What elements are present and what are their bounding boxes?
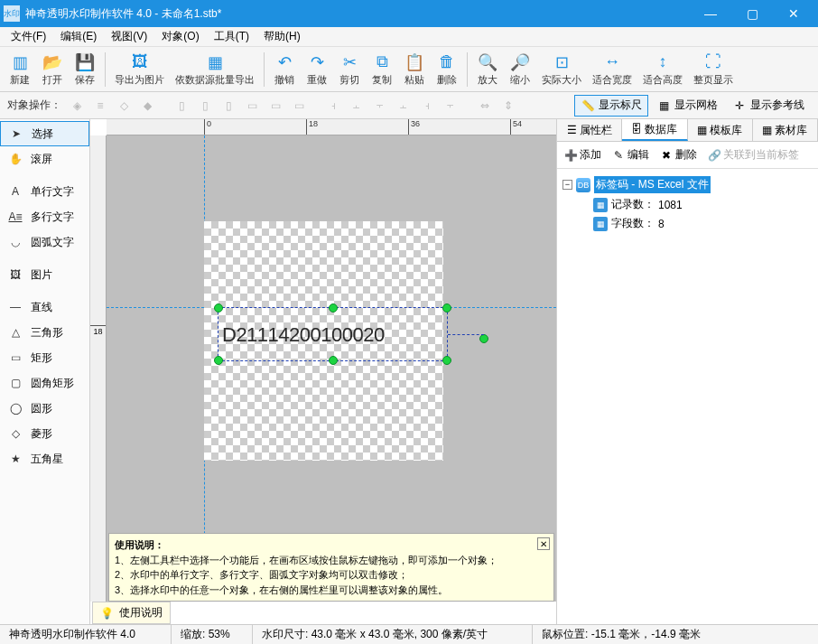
tool-star[interactable]: ★五角星 — [0, 446, 89, 471]
resize-handle-nw[interactable] — [214, 303, 223, 313]
minimize-button[interactable]: — — [690, 0, 731, 27]
show-guides-toggle[interactable]: ✛显示参考线 — [726, 95, 811, 117]
fields-value: 8 — [658, 218, 665, 230]
canvas-text-object[interactable]: D21114200100020 — [222, 323, 385, 347]
help-close-button[interactable]: ✕ — [537, 537, 550, 550]
fit-width-icon: ↔ — [602, 52, 622, 72]
close-button[interactable]: ✕ — [773, 0, 814, 27]
menu-edit[interactable]: 编辑(E) — [53, 27, 104, 47]
fit-width-button[interactable]: ↔适合宽度 — [587, 49, 637, 90]
status-bar: 神奇透明水印制作软件 4.0 缩放: 53% 水印尺寸: 43.0 毫米 x 4… — [0, 624, 818, 644]
resize-handle-se[interactable] — [442, 356, 451, 365]
export-batch-button[interactable]: ▦依数据源批量导出 — [170, 49, 260, 90]
object-toolbar-label: 对象操作： — [7, 98, 61, 113]
undo-button[interactable]: ↶撤销 — [268, 49, 301, 90]
tab-database[interactable]: 🗄数据库 — [622, 119, 687, 141]
menu-tools[interactable]: 工具(T) — [207, 27, 256, 47]
menu-file[interactable]: 文件(F) — [4, 27, 53, 47]
actual-size-button[interactable]: ⊡实际大小 — [536, 49, 587, 90]
tab-templates[interactable]: ▦模板库 — [688, 119, 753, 141]
tree-fields-node[interactable]: ▦ 字段数：8 — [562, 214, 813, 233]
tool-ellipse[interactable]: ◯圆形 — [0, 396, 89, 421]
fit-page-button[interactable]: ⛶整页显示 — [688, 49, 739, 90]
tab-properties[interactable]: ☰属性栏 — [557, 119, 622, 141]
align-right-icon[interactable]: ⫟ — [368, 95, 392, 117]
menu-help[interactable]: 帮助(H) — [256, 27, 308, 47]
menu-object[interactable]: 对象(O) — [154, 27, 206, 47]
tool-rect[interactable]: ▭矩形 — [0, 345, 89, 370]
resize-handle-sw[interactable] — [214, 356, 223, 365]
tree-records-node[interactable]: ▦ 记录数：1081 — [562, 195, 813, 214]
db-add-button[interactable]: ➕添加 — [561, 145, 605, 164]
fit-page-icon: ⛶ — [703, 52, 723, 72]
maximize-button[interactable]: ▢ — [731, 0, 773, 27]
distribute-v-icon[interactable]: ⇕ — [497, 95, 520, 117]
resize-handle-s[interactable] — [329, 356, 338, 365]
tool-select[interactable]: ➤选择 — [0, 121, 89, 146]
align-1-icon[interactable]: ▯ — [170, 95, 193, 117]
export-image-button[interactable]: 🖼导出为图片 — [109, 49, 170, 90]
zoom-in-icon: 🔍 — [478, 52, 497, 72]
show-grid-toggle[interactable]: ▦显示网格 — [650, 95, 724, 117]
save-button[interactable]: 💾保存 — [69, 49, 101, 90]
right-panel-tabs: ☰属性栏 🗄数据库 ▦模板库 ▦素材库 — [557, 119, 818, 142]
align-bottom-icon[interactable]: ⫟ — [439, 95, 462, 117]
show-ruler-toggle[interactable]: 📏显示标尺 — [574, 95, 648, 117]
copy-button[interactable]: ⧉复制 — [366, 49, 398, 90]
tool-triangle[interactable]: △三角形 — [0, 320, 89, 345]
layer-stack-icon[interactable]: ≡ — [88, 95, 112, 117]
actual-size-icon: ⊡ — [552, 52, 572, 72]
cut-button[interactable]: ✂剪切 — [333, 49, 366, 90]
fit-height-button[interactable]: ↕适合高度 — [637, 49, 688, 90]
zoom-in-button[interactable]: 🔍放大 — [471, 49, 504, 90]
distribute-h-icon[interactable]: ⇔ — [473, 95, 497, 117]
align-top-icon[interactable]: ⫠ — [392, 95, 415, 117]
resize-handle-ne[interactable] — [442, 303, 451, 313]
help-toggle-button[interactable]: 💡 使用说明 — [92, 602, 171, 624]
align-5-icon[interactable]: ▭ — [264, 95, 287, 117]
layer-misc-icon[interactable]: ◆ — [135, 95, 159, 117]
db-edit-button[interactable]: ✎编辑 — [609, 145, 653, 164]
window-title: 神奇透明水印制作软件 4.0 - 未命名1.stb* — [25, 6, 690, 22]
menu-view[interactable]: 视图(V) — [104, 27, 154, 47]
tool-round-rect[interactable]: ▢圆角矩形 — [0, 370, 89, 396]
align-left-icon[interactable]: ⫞ — [321, 95, 345, 117]
db-link-button[interactable]: 🔗关联到当前标签 — [704, 145, 803, 164]
align-2-icon[interactable]: ▯ — [193, 95, 217, 117]
zoom-out-button[interactable]: 🔎缩小 — [504, 49, 536, 90]
align-3-icon[interactable]: ▯ — [217, 95, 240, 117]
layer-up-icon[interactable]: ◈ — [65, 95, 88, 117]
paste-button[interactable]: 📋粘贴 — [398, 49, 431, 90]
properties-icon: ☰ — [567, 124, 577, 136]
resize-handle-n[interactable] — [329, 303, 338, 313]
help-line: 3、选择水印中的任意一个对象，在右侧的属性栏里可以调整该对象的属性。 — [115, 583, 548, 598]
open-button[interactable]: 📂打开 — [36, 49, 69, 90]
tree-root-node[interactable]: − DB 标签码 - MS Excel 文件 — [562, 174, 813, 195]
align-6-icon[interactable]: ▭ — [287, 95, 311, 117]
ruler-vertical[interactable]: 18 — [90, 135, 107, 602]
tool-pan[interactable]: ✋滚屏 — [0, 146, 89, 172]
delete-button[interactable]: 🗑删除 — [431, 49, 463, 90]
align-middle-icon[interactable]: ⫞ — [415, 95, 439, 117]
tool-image[interactable]: 🖼图片 — [0, 262, 89, 287]
tool-text-single[interactable]: A单行文字 — [0, 179, 89, 204]
rotate-handle[interactable] — [479, 334, 488, 343]
align-center-icon[interactable]: ⫠ — [345, 95, 368, 117]
tool-text-arc[interactable]: ◡圆弧文字 — [0, 229, 89, 255]
title-bar: 水印 神奇透明水印制作软件 4.0 - 未命名1.stb* — ▢ ✕ — [0, 0, 818, 27]
tool-line[interactable]: —直线 — [0, 294, 89, 320]
align-4-icon[interactable]: ▭ — [240, 95, 264, 117]
ruler-horizontal[interactable]: 0 18 36 54 — [107, 119, 556, 135]
tab-assets[interactable]: ▦素材库 — [753, 119, 818, 141]
layer-down-icon[interactable]: ◇ — [112, 95, 135, 117]
x-icon: ✖ — [660, 149, 673, 162]
undo-icon: ↶ — [274, 52, 294, 72]
db-delete-button[interactable]: ✖删除 — [656, 145, 701, 164]
tool-diamond[interactable]: ◇菱形 — [0, 421, 89, 446]
redo-button[interactable]: ↷重做 — [301, 49, 333, 90]
rect-icon: ▭ — [7, 350, 23, 366]
workspace[interactable]: D21114200100020 ✕ 使用说明： 1、左侧工具栏中选择一个功能后，… — [107, 135, 556, 602]
new-button[interactable]: ▥新建 — [4, 49, 36, 90]
tool-text-multi[interactable]: A≡多行文字 — [0, 204, 89, 229]
tree-collapse-icon[interactable]: − — [562, 180, 572, 190]
